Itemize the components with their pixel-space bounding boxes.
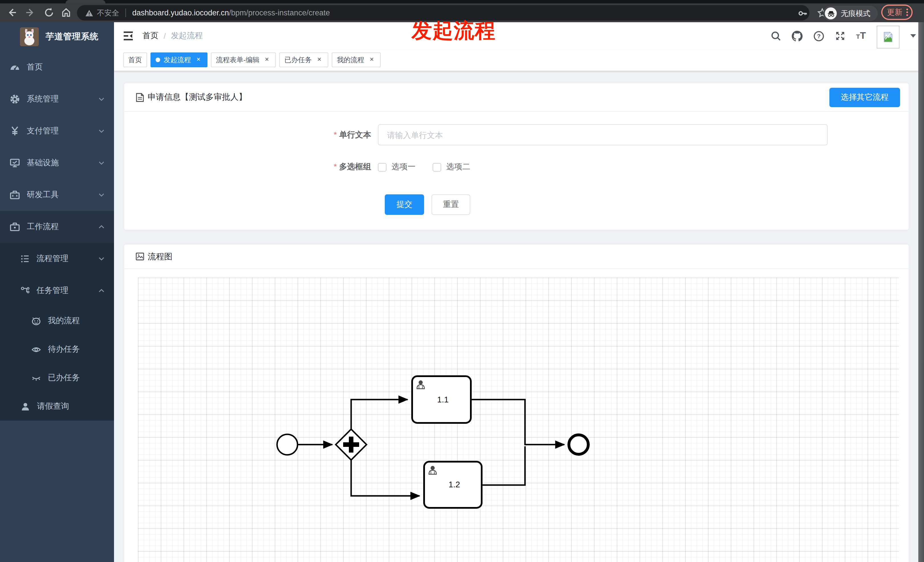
bpmn-canvas[interactable]: 1.1 1.2 [138,277,899,562]
sidebar-item-system[interactable]: 系统管理 [0,83,114,115]
close-icon[interactable] [194,56,202,64]
flow-gateway-to-task1 [351,400,408,429]
incognito-badge: 无痕模式 [823,6,878,21]
diagram-card-header: 流程图 [124,244,909,269]
end-event-node[interactable] [569,435,588,454]
tab-label: 首页 [128,55,142,65]
sidebar-item-leave-query[interactable]: 请假查询 [0,392,114,421]
sidebar-item-done-tasks[interactable]: 已办任务 [0,364,114,392]
omnibox-actions [798,8,827,18]
sidebar-item-label: 首页 [27,62,43,72]
chevron-down-icon [98,96,105,103]
start-event-node[interactable] [277,434,297,455]
chevron-down-icon [98,192,105,198]
user-task-1-1-node[interactable]: 1.1 [412,376,471,423]
back-icon[interactable] [7,7,17,18]
avatar-dropdown-caret[interactable] [910,34,916,40]
breadcrumb-separator: / [164,31,166,40]
sidebar-item-label: 请假查询 [37,401,69,412]
password-key-icon[interactable] [798,8,808,18]
page-content: 申请信息【测试多审批人】 选择其它流程 *单行文本 *多选框组 选项一 选项二 [114,71,924,562]
logo: 芋道管理系统 [0,22,114,51]
sidebar: 芋道管理系统 首页 系统管理 支付管理 基础设施 [0,22,114,562]
close-icon[interactable] [315,56,323,64]
close-icon[interactable] [263,56,271,64]
incognito-label: 无痕模式 [841,8,870,18]
url-host: dashboard.yudao.iocoder.cn [132,9,229,17]
flow-gateway-to-task2 [351,460,420,496]
sidebar-item-label: 流程管理 [36,254,68,264]
screen: 不安全 dashboard.yudao.iocoder.cn/bpm/proce… [0,0,924,562]
browser-menu-icon[interactable] [906,9,908,16]
close-icon[interactable] [368,56,376,64]
search-icon[interactable] [771,31,781,41]
help-icon[interactable]: ? [813,30,824,41]
monitor-icon [10,158,20,168]
reset-button[interactable]: 重置 [432,194,470,215]
breadcrumb-home[interactable]: 首页 [142,31,159,41]
forward-icon[interactable] [25,7,35,18]
active-dot-icon [156,58,160,62]
sidebar-item-payment[interactable]: 支付管理 [0,115,114,147]
sidebar-item-label: 支付管理 [27,126,59,136]
choose-other-process-button[interactable]: 选择其它流程 [830,88,900,107]
tags-view-bar: 首页 发起流程 流程表单-编辑 已办任务 我的流程 [114,49,924,71]
incognito-icon [825,7,837,19]
user-task-1-2-node[interactable]: 1.2 [424,462,482,508]
checkbox-option-1[interactable]: 选项一 [378,162,416,172]
svg-text:?: ? [817,33,820,39]
sidebar-item-infra[interactable]: 基础设施 [0,147,114,179]
sidebar-item-process-mgmt[interactable]: 流程管理 [0,243,114,275]
reload-icon[interactable] [44,7,54,18]
flow-join-to-end [471,400,564,445]
home-icon[interactable] [61,7,71,18]
checkbox-group-row: *多选框组 选项一 选项二 [124,162,909,172]
browser-active-tab[interactable] [66,0,105,3]
chevron-up-icon [98,287,105,294]
tab-start-process[interactable]: 发起流程 [150,52,207,67]
tab-done-tasks[interactable]: 已办任务 [279,52,328,67]
form-buttons: 提交 重置 [124,194,909,215]
dashboard-icon [10,62,20,72]
sidebar-item-label: 任务管理 [36,286,68,296]
app-title: 芋道管理系统 [46,31,99,42]
single-line-text-input[interactable] [378,124,828,145]
tab-form-edit[interactable]: 流程表单-编辑 [211,52,276,67]
apply-form: *单行文本 *多选框组 选项一 选项二 提交 重置 [124,112,909,230]
sidebar-item-devtools[interactable]: 研发工具 [0,179,114,211]
checkbox-option-2[interactable]: 选项二 [433,162,470,172]
not-secure-icon [85,9,93,17]
sidebar-collapse-icon[interactable] [123,30,134,42]
user-icon [21,402,30,411]
parallel-gateway-node[interactable] [336,429,366,460]
logo-avatar [20,27,39,46]
sidebar-item-label: 工作流程 [27,222,59,232]
eye-closed-icon [32,373,41,383]
apply-info-card: 申请信息【测试多审批人】 选择其它流程 *单行文本 *多选框组 选项一 选项二 [124,82,909,230]
text-field-row: *单行文本 [124,124,909,145]
sidebar-item-home[interactable]: 首页 [0,51,114,83]
sidebar-item-todo-tasks[interactable]: 待办任务 [0,335,114,364]
tab-home[interactable]: 首页 [123,52,147,67]
field-label: *多选框组 [124,162,378,172]
required-asterisk: * [334,130,337,139]
tab-my-process[interactable]: 我的流程 [332,52,381,67]
submit-button[interactable]: 提交 [385,194,424,215]
font-size-icon[interactable] [856,30,866,42]
main: 首页 / 发起流程 ? 首页 发起流程 [114,22,924,562]
omnibox-divider [125,9,126,17]
github-icon[interactable] [792,30,802,41]
annotation-text: 发起流程 [411,17,496,45]
checkbox-icon[interactable] [433,163,441,171]
avatar[interactable] [877,25,900,48]
checkbox-icon[interactable] [378,163,387,171]
browser-update-button[interactable]: 更新 [881,4,913,20]
scrollbar[interactable] [918,22,924,562]
card-title: 申请信息【测试多审批人】 [148,92,247,103]
sidebar-item-task-mgmt[interactable]: 任务管理 [0,275,114,307]
fullscreen-icon[interactable] [835,31,845,41]
security-label: 不安全 [97,8,119,18]
sidebar-item-my-process[interactable]: 我的流程 [0,307,114,335]
sidebar-item-workflow[interactable]: 工作流程 [0,211,114,243]
eye-icon [32,345,41,354]
